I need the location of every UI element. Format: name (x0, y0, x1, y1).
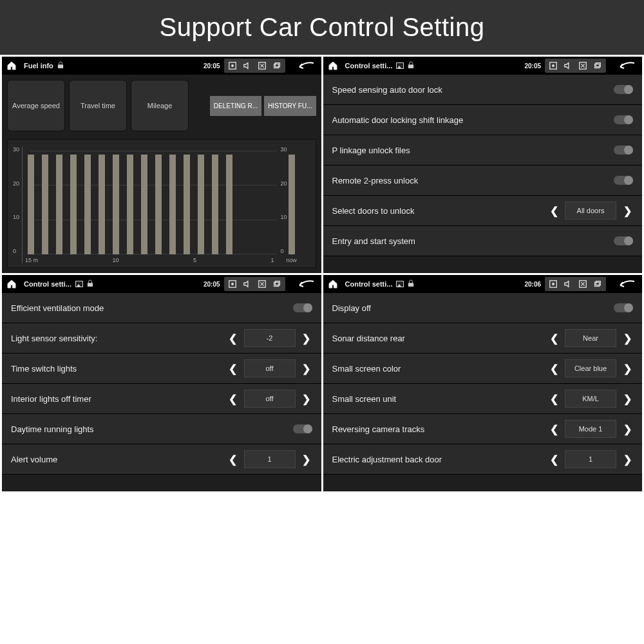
recent-apps-icon[interactable] (592, 60, 603, 71)
row-p-linkage-unlock[interactable]: P linkage unlock files (323, 135, 643, 166)
stepper-next[interactable]: ❯ (301, 359, 312, 377)
row-label: Daytime running lights (11, 424, 293, 434)
topbar: Fuel info 20:05 (2, 57, 321, 75)
stepper-next[interactable]: ❯ (621, 329, 633, 347)
screenshot-icon[interactable] (227, 278, 238, 290)
toggle[interactable] (293, 303, 312, 312)
stepper-prev[interactable]: ❮ (548, 420, 560, 438)
bar (99, 155, 105, 254)
close-app-icon[interactable] (577, 278, 589, 290)
row-select-doors-unlock: Select doors to unlock ❮ All doors ❯ (323, 196, 643, 226)
recent-apps-icon[interactable] (271, 60, 283, 71)
mute-icon[interactable] (562, 60, 574, 71)
screenshot-icon[interactable] (547, 278, 559, 290)
history-fuel-button[interactable]: HISTORY FU... (264, 96, 316, 116)
row-label: Reversing camera tracks (332, 424, 549, 434)
toggle[interactable] (614, 176, 633, 185)
lock-icon (408, 279, 414, 289)
row-auto-door-lock-shift[interactable]: Automatic door locking shift linkage (323, 105, 643, 135)
stepper-prev[interactable]: ❮ (548, 390, 560, 408)
now-label: now (286, 257, 297, 263)
bar (141, 155, 147, 254)
fuel-tabs: Average speed Travel time Mileage DELETI… (2, 75, 321, 137)
toggle[interactable] (293, 424, 312, 433)
clock: 20:05 (204, 281, 220, 288)
toggle[interactable] (614, 85, 633, 94)
stepper-value: 1 (244, 450, 296, 468)
stepper-next[interactable]: ❯ (301, 390, 312, 408)
stepper-next[interactable]: ❯ (301, 329, 312, 347)
stepper-next[interactable]: ❯ (621, 450, 633, 468)
row-display-off[interactable]: Display off (323, 293, 643, 323)
bar (184, 155, 190, 254)
mute-icon[interactable] (242, 278, 253, 290)
svg-rect-22 (595, 282, 600, 286)
toggle[interactable] (614, 236, 633, 245)
bar (169, 155, 176, 254)
stepper-next[interactable]: ❯ (621, 390, 633, 408)
stepper-prev[interactable]: ❮ (548, 450, 560, 468)
home-icon[interactable] (327, 60, 339, 71)
row-efficient-ventilation[interactable]: Efficient ventilation mode (2, 293, 321, 323)
stepper-next[interactable]: ❯ (621, 359, 633, 377)
row-entry-start-system[interactable]: Entry and start system (323, 226, 643, 256)
home-icon[interactable] (6, 278, 17, 290)
toggle[interactable] (614, 146, 633, 155)
stepper-next[interactable]: ❯ (621, 420, 633, 438)
back-button[interactable] (293, 59, 317, 73)
topbar: Control setti... 20:05 (2, 275, 321, 293)
stepper-prev[interactable]: ❮ (227, 390, 239, 408)
stepper-value: -2 (244, 329, 296, 347)
mute-icon[interactable] (562, 278, 574, 290)
svg-rect-5 (275, 63, 279, 67)
delete-records-button[interactable]: DELETING R... (210, 96, 261, 116)
tab-average-speed[interactable]: Average speed (7, 80, 65, 131)
fuel-chart: 30 20 10 0 (7, 139, 316, 268)
row-interior-lights-off-timer: Interior lights off timer ❮ off ❯ (2, 384, 321, 414)
stepper-value: 1 (565, 450, 616, 468)
back-button[interactable] (614, 59, 638, 73)
stepper-prev[interactable]: ❮ (548, 202, 560, 220)
stepper-prev[interactable]: ❮ (548, 329, 560, 347)
screenshot-icon[interactable] (547, 60, 559, 71)
row-label: Efficient ventilation mode (11, 303, 293, 313)
back-button[interactable] (293, 277, 317, 291)
clock: 20:05 (204, 62, 220, 70)
screenshot-icon[interactable] (227, 60, 238, 71)
close-app-icon[interactable] (577, 60, 589, 71)
svg-point-14 (231, 283, 233, 285)
stepper-next[interactable]: ❯ (621, 202, 633, 220)
row-daytime-running-lights[interactable]: Daytime running lights (2, 414, 321, 444)
bar (198, 155, 204, 254)
close-app-icon[interactable] (256, 60, 268, 71)
stepper-prev[interactable]: ❮ (227, 329, 239, 347)
tab-mileage[interactable]: Mileage (131, 80, 189, 131)
stepper-next[interactable]: ❯ (301, 450, 312, 468)
row-label: Light sensor sensitivity: (11, 334, 227, 343)
tab-travel-time[interactable]: Travel time (69, 80, 127, 131)
stepper-prev[interactable]: ❮ (227, 450, 239, 468)
recent-apps-icon[interactable] (592, 278, 603, 290)
row-label: Select doors to unlock (332, 206, 549, 216)
row-label: Time switch lights (11, 364, 227, 374)
row-remote-2press-unlock[interactable]: Remote 2-press unlock (323, 166, 643, 196)
stepper-value: Clear blue (565, 359, 616, 377)
toggle[interactable] (614, 115, 633, 124)
row-speed-sensing-lock[interactable]: Speed sensing auto door lock (323, 75, 643, 105)
row-light-sensor-sensitivity: Light sensor sensitivity: ❮ -2 ❯ (2, 323, 321, 354)
bar (113, 155, 119, 254)
stepper-prev[interactable]: ❮ (548, 359, 560, 377)
close-app-icon[interactable] (256, 278, 268, 290)
svg-point-2 (231, 65, 233, 67)
lock-icon (57, 61, 64, 70)
svg-rect-0 (58, 64, 63, 68)
stepper-value: Mode 1 (565, 420, 616, 438)
back-button[interactable] (614, 277, 638, 291)
home-icon[interactable] (327, 278, 339, 290)
recent-apps-icon[interactable] (271, 278, 283, 290)
stepper-prev[interactable]: ❮ (227, 359, 239, 377)
toggle[interactable] (614, 303, 633, 312)
home-icon[interactable] (6, 60, 17, 71)
mute-icon[interactable] (242, 60, 253, 71)
row-label: Automatic door locking shift linkage (332, 115, 614, 125)
